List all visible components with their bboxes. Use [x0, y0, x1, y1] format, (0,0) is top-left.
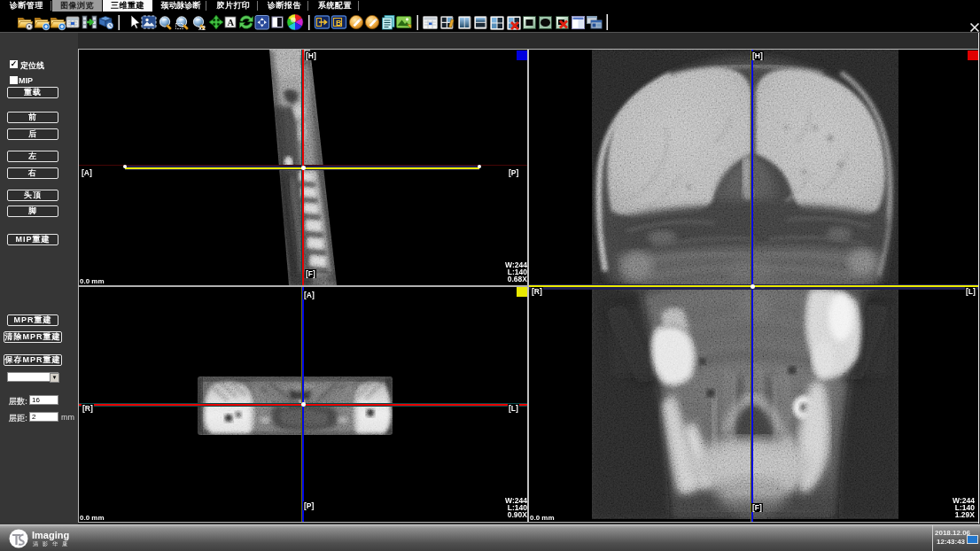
svg-text:B: B — [336, 19, 342, 27]
svg-text:A: A — [228, 18, 235, 27]
svg-text:x2: x2 — [198, 25, 206, 31]
